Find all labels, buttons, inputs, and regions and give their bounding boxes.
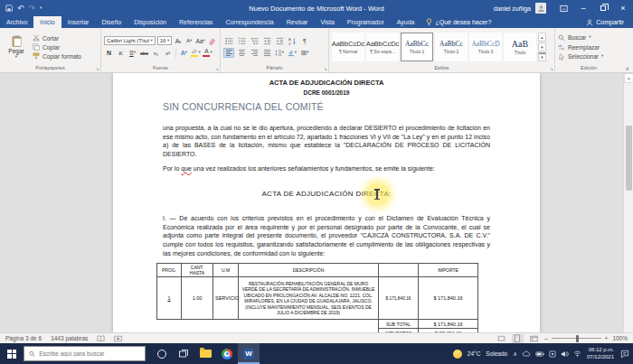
cut-button[interactable]: Cortar xyxy=(33,34,81,42)
underline-button[interactable]: S▾ xyxy=(128,48,137,58)
zoom-out-icon[interactable]: – xyxy=(544,335,548,341)
share-button[interactable]: Compartir xyxy=(577,16,633,28)
fuente-dialog-launcher-icon[interactable]: ↘ xyxy=(215,67,219,71)
justify-button[interactable] xyxy=(261,48,272,58)
file-explorer-icon[interactable] xyxy=(194,343,216,364)
styles-more-icon[interactable]: ▾ xyxy=(538,52,546,61)
line-spacing-icon[interactable]: ▾ xyxy=(274,48,285,58)
proofing-status-icon[interactable] xyxy=(97,335,105,342)
collapse-ribbon-icon[interactable]: ∧ xyxy=(626,65,629,71)
word-taskbar-icon[interactable]: W xyxy=(238,343,260,364)
bold-button[interactable]: N xyxy=(104,48,114,58)
web-layout-icon[interactable] xyxy=(528,334,540,343)
style-titulo-2[interactable]: AaBbCc Título 2 xyxy=(435,33,468,61)
format-painter-button[interactable]: Copiar formato xyxy=(33,52,81,60)
tab-correspondencia[interactable]: Correspondencia xyxy=(219,16,279,28)
cortana-icon[interactable] xyxy=(151,343,173,364)
style-titulo-3[interactable]: AaBbCcD Título 3 xyxy=(469,33,502,61)
strikethrough-button[interactable]: abc xyxy=(139,48,149,58)
zoom-slider[interactable]: – + xyxy=(544,335,608,341)
find-button[interactable]: Buscar ▾ xyxy=(558,34,619,42)
text-highlight-button[interactable]: ▾ xyxy=(191,48,201,58)
tab-vista[interactable]: Vista xyxy=(314,16,340,28)
minimize-button[interactable]: – xyxy=(573,0,593,16)
align-left-button[interactable] xyxy=(223,48,234,58)
macro-record-icon[interactable] xyxy=(114,335,122,342)
network-icon[interactable] xyxy=(573,350,581,357)
align-right-button[interactable] xyxy=(249,48,260,58)
scrollbar-thumb[interactable] xyxy=(626,126,632,191)
qat-customize-icon[interactable]: ▾ xyxy=(40,6,42,11)
font-color-button[interactable]: A▾ xyxy=(203,48,213,58)
decrease-indent-icon[interactable] xyxy=(261,36,272,46)
hidden-icons-chevron[interactable]: ∧ xyxy=(513,350,517,358)
style-titulo[interactable]: AaB Título xyxy=(504,33,536,61)
text-effects-button[interactable]: A▾ xyxy=(179,48,189,58)
style-sin-espaciado[interactable]: AaBbCcDc ¶ Sin espa... xyxy=(366,33,399,61)
styles-scroll-down-icon[interactable]: ▾ xyxy=(538,42,546,51)
style-normal[interactable]: AaBbCcDc ¶ Normal xyxy=(332,33,364,61)
grow-font-button[interactable]: A▾ xyxy=(174,36,183,46)
tab-insertar[interactable]: Insertar xyxy=(61,16,96,28)
language-icon[interactable] xyxy=(549,350,556,358)
notification-center-icon[interactable] xyxy=(619,349,629,359)
zoom-thumb[interactable] xyxy=(576,335,580,342)
tab-diseno[interactable]: Diseño xyxy=(95,16,128,28)
parrafo-dialog-launcher-icon[interactable]: ↘ xyxy=(324,67,327,71)
taskbar-clock[interactable]: 06:12 p.m. 07/12/2021 xyxy=(587,347,614,360)
tab-archivo[interactable]: Archivo xyxy=(0,16,33,28)
zoom-in-icon[interactable]: + xyxy=(605,335,609,341)
start-button[interactable] xyxy=(0,343,24,364)
align-center-button[interactable] xyxy=(236,48,247,58)
tab-revisar[interactable]: Revisar xyxy=(280,16,315,28)
volume-icon[interactable] xyxy=(561,350,569,358)
copy-button[interactable]: Copiar xyxy=(33,43,81,51)
change-case-button[interactable]: Aa▾ xyxy=(195,36,205,46)
estilos-dialog-launcher-icon[interactable]: ↘ xyxy=(550,67,553,71)
save-icon[interactable] xyxy=(5,5,13,12)
italic-button[interactable]: K xyxy=(116,48,126,58)
restore-button[interactable] xyxy=(593,0,613,16)
zoom-track[interactable] xyxy=(552,338,601,339)
bullet-list-icon[interactable] xyxy=(223,36,234,46)
superscript-button[interactable]: x² xyxy=(163,48,173,58)
task-view-icon[interactable] xyxy=(173,343,194,364)
weather-sun-icon[interactable] xyxy=(453,350,462,359)
replace-button[interactable]: ab Reemplazar xyxy=(558,43,619,51)
show-marks-icon[interactable]: ¶ xyxy=(299,36,310,46)
font-name-select[interactable]: Calibri Light (Títul ▾ xyxy=(104,36,156,45)
tab-programador[interactable]: Programador xyxy=(341,16,391,28)
borders-icon[interactable]: ⊞▾ xyxy=(299,48,310,58)
shading-icon[interactable]: ▾ xyxy=(287,48,298,58)
multilevel-list-icon[interactable] xyxy=(249,36,260,46)
taskbar-search[interactable] xyxy=(24,346,146,361)
sort-icon[interactable]: AZ xyxy=(287,36,298,46)
weather-desc[interactable]: Soleado xyxy=(486,350,507,357)
portapapeles-dialog-launcher-icon[interactable]: ↘ xyxy=(96,67,99,71)
clear-formatting-icon[interactable] xyxy=(207,36,217,46)
select-button[interactable]: Seleccionar ▾ xyxy=(558,53,619,61)
shrink-font-button[interactable]: A▾ xyxy=(184,36,194,46)
document-page[interactable]: ACTA DE ADJUDICACIÓN DIRECTA DCRE 0001/2… xyxy=(113,73,540,332)
word-count[interactable]: 1443 palabras xyxy=(51,335,88,341)
print-layout-icon[interactable] xyxy=(512,334,524,343)
ribbon-display-options-icon[interactable] xyxy=(553,0,573,16)
scroll-up-icon[interactable]: ▴ xyxy=(624,73,633,83)
page-indicator[interactable]: Página 3 de 6 xyxy=(5,335,42,341)
read-mode-icon[interactable] xyxy=(496,334,507,343)
account-name[interactable]: daniel zuñiga xyxy=(494,5,531,12)
numbered-list-icon[interactable] xyxy=(236,36,247,46)
paste-button[interactable]: Pegar ▾ xyxy=(3,30,30,64)
search-input[interactable] xyxy=(39,350,140,357)
avatar[interactable] xyxy=(535,3,546,14)
zoom-level[interactable]: 100% xyxy=(612,335,628,341)
vertical-scrollbar[interactable]: ▴ xyxy=(623,73,633,332)
undo-icon[interactable]: ↶ xyxy=(17,5,24,13)
tab-referencias[interactable]: Referencias xyxy=(173,16,219,28)
tab-disposicion[interactable]: Disposición xyxy=(128,16,173,28)
subscript-button[interactable]: x₂ xyxy=(151,48,161,58)
tab-ayuda[interactable]: Ayuda xyxy=(391,16,421,28)
chrome-icon[interactable] xyxy=(216,343,238,364)
tell-me-box[interactable]: ¿Qué desea hacer? xyxy=(420,16,496,28)
battery-icon[interactable] xyxy=(535,351,544,357)
